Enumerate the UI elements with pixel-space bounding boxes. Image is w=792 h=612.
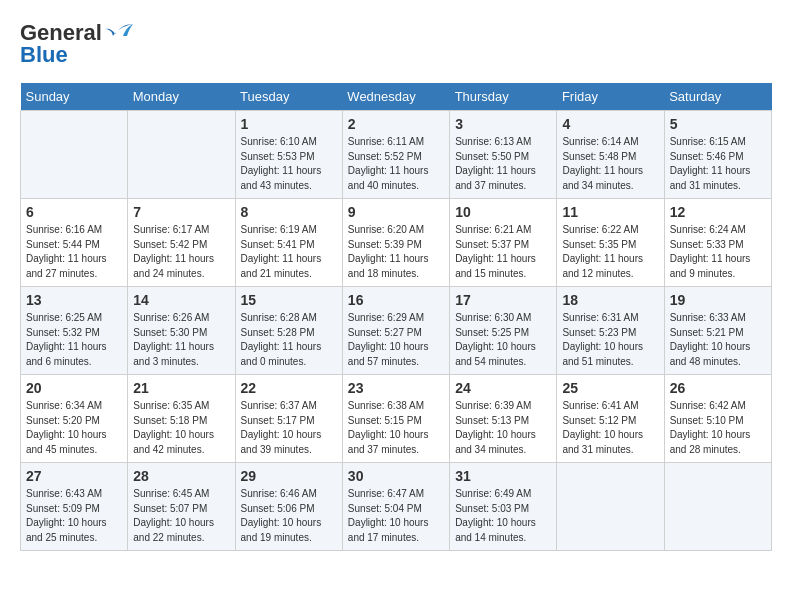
day-info: Sunrise: 6:24 AM Sunset: 5:33 PM Dayligh…	[670, 223, 766, 281]
day-info: Sunrise: 6:45 AM Sunset: 5:07 PM Dayligh…	[133, 487, 229, 545]
day-info: Sunrise: 6:33 AM Sunset: 5:21 PM Dayligh…	[670, 311, 766, 369]
calendar-cell: 7Sunrise: 6:17 AM Sunset: 5:42 PM Daylig…	[128, 199, 235, 287]
calendar-cell: 13Sunrise: 6:25 AM Sunset: 5:32 PM Dayli…	[21, 287, 128, 375]
calendar-cell: 21Sunrise: 6:35 AM Sunset: 5:18 PM Dayli…	[128, 375, 235, 463]
day-info: Sunrise: 6:34 AM Sunset: 5:20 PM Dayligh…	[26, 399, 122, 457]
calendar-cell: 12Sunrise: 6:24 AM Sunset: 5:33 PM Dayli…	[664, 199, 771, 287]
day-number: 6	[26, 204, 122, 220]
day-of-week-header: Saturday	[664, 83, 771, 111]
day-number: 14	[133, 292, 229, 308]
day-info: Sunrise: 6:19 AM Sunset: 5:41 PM Dayligh…	[241, 223, 337, 281]
day-info: Sunrise: 6:46 AM Sunset: 5:06 PM Dayligh…	[241, 487, 337, 545]
day-number: 2	[348, 116, 444, 132]
day-number: 24	[455, 380, 551, 396]
calendar-cell: 23Sunrise: 6:38 AM Sunset: 5:15 PM Dayli…	[342, 375, 449, 463]
calendar-cell: 9Sunrise: 6:20 AM Sunset: 5:39 PM Daylig…	[342, 199, 449, 287]
calendar-cell: 20Sunrise: 6:34 AM Sunset: 5:20 PM Dayli…	[21, 375, 128, 463]
day-info: Sunrise: 6:31 AM Sunset: 5:23 PM Dayligh…	[562, 311, 658, 369]
calendar-cell: 16Sunrise: 6:29 AM Sunset: 5:27 PM Dayli…	[342, 287, 449, 375]
calendar-cell: 15Sunrise: 6:28 AM Sunset: 5:28 PM Dayli…	[235, 287, 342, 375]
day-info: Sunrise: 6:20 AM Sunset: 5:39 PM Dayligh…	[348, 223, 444, 281]
calendar-cell	[557, 463, 664, 551]
day-of-week-header: Wednesday	[342, 83, 449, 111]
calendar-cell: 29Sunrise: 6:46 AM Sunset: 5:06 PM Dayli…	[235, 463, 342, 551]
calendar-cell: 6Sunrise: 6:16 AM Sunset: 5:44 PM Daylig…	[21, 199, 128, 287]
day-info: Sunrise: 6:25 AM Sunset: 5:32 PM Dayligh…	[26, 311, 122, 369]
day-info: Sunrise: 6:10 AM Sunset: 5:53 PM Dayligh…	[241, 135, 337, 193]
day-number: 12	[670, 204, 766, 220]
day-number: 8	[241, 204, 337, 220]
calendar-cell: 25Sunrise: 6:41 AM Sunset: 5:12 PM Dayli…	[557, 375, 664, 463]
logo-bird-icon	[105, 22, 137, 44]
day-number: 27	[26, 468, 122, 484]
day-number: 20	[26, 380, 122, 396]
day-info: Sunrise: 6:14 AM Sunset: 5:48 PM Dayligh…	[562, 135, 658, 193]
day-number: 13	[26, 292, 122, 308]
day-of-week-header: Tuesday	[235, 83, 342, 111]
page-header: General Blue	[20, 20, 772, 68]
calendar-cell: 26Sunrise: 6:42 AM Sunset: 5:10 PM Dayli…	[664, 375, 771, 463]
day-number: 18	[562, 292, 658, 308]
day-number: 23	[348, 380, 444, 396]
day-info: Sunrise: 6:28 AM Sunset: 5:28 PM Dayligh…	[241, 311, 337, 369]
day-info: Sunrise: 6:41 AM Sunset: 5:12 PM Dayligh…	[562, 399, 658, 457]
day-info: Sunrise: 6:30 AM Sunset: 5:25 PM Dayligh…	[455, 311, 551, 369]
calendar-cell: 19Sunrise: 6:33 AM Sunset: 5:21 PM Dayli…	[664, 287, 771, 375]
calendar-cell: 10Sunrise: 6:21 AM Sunset: 5:37 PM Dayli…	[450, 199, 557, 287]
day-info: Sunrise: 6:38 AM Sunset: 5:15 PM Dayligh…	[348, 399, 444, 457]
day-info: Sunrise: 6:39 AM Sunset: 5:13 PM Dayligh…	[455, 399, 551, 457]
day-of-week-header: Thursday	[450, 83, 557, 111]
day-info: Sunrise: 6:37 AM Sunset: 5:17 PM Dayligh…	[241, 399, 337, 457]
day-number: 9	[348, 204, 444, 220]
calendar-cell: 22Sunrise: 6:37 AM Sunset: 5:17 PM Dayli…	[235, 375, 342, 463]
calendar-cell	[21, 111, 128, 199]
day-number: 1	[241, 116, 337, 132]
calendar-cell	[128, 111, 235, 199]
day-info: Sunrise: 6:42 AM Sunset: 5:10 PM Dayligh…	[670, 399, 766, 457]
day-info: Sunrise: 6:26 AM Sunset: 5:30 PM Dayligh…	[133, 311, 229, 369]
day-info: Sunrise: 6:17 AM Sunset: 5:42 PM Dayligh…	[133, 223, 229, 281]
calendar-cell: 1Sunrise: 6:10 AM Sunset: 5:53 PM Daylig…	[235, 111, 342, 199]
day-of-week-header: Friday	[557, 83, 664, 111]
day-number: 21	[133, 380, 229, 396]
day-number: 31	[455, 468, 551, 484]
day-number: 3	[455, 116, 551, 132]
calendar-cell: 30Sunrise: 6:47 AM Sunset: 5:04 PM Dayli…	[342, 463, 449, 551]
day-number: 7	[133, 204, 229, 220]
calendar-week-row: 13Sunrise: 6:25 AM Sunset: 5:32 PM Dayli…	[21, 287, 772, 375]
calendar-table: SundayMondayTuesdayWednesdayThursdayFrid…	[20, 83, 772, 551]
calendar-cell: 27Sunrise: 6:43 AM Sunset: 5:09 PM Dayli…	[21, 463, 128, 551]
calendar-cell: 28Sunrise: 6:45 AM Sunset: 5:07 PM Dayli…	[128, 463, 235, 551]
day-number: 11	[562, 204, 658, 220]
day-number: 4	[562, 116, 658, 132]
day-info: Sunrise: 6:35 AM Sunset: 5:18 PM Dayligh…	[133, 399, 229, 457]
calendar-cell: 14Sunrise: 6:26 AM Sunset: 5:30 PM Dayli…	[128, 287, 235, 375]
day-info: Sunrise: 6:43 AM Sunset: 5:09 PM Dayligh…	[26, 487, 122, 545]
calendar-cell: 24Sunrise: 6:39 AM Sunset: 5:13 PM Dayli…	[450, 375, 557, 463]
day-number: 26	[670, 380, 766, 396]
calendar-cell: 3Sunrise: 6:13 AM Sunset: 5:50 PM Daylig…	[450, 111, 557, 199]
day-of-week-header: Sunday	[21, 83, 128, 111]
calendar-cell: 11Sunrise: 6:22 AM Sunset: 5:35 PM Dayli…	[557, 199, 664, 287]
calendar-cell: 17Sunrise: 6:30 AM Sunset: 5:25 PM Dayli…	[450, 287, 557, 375]
day-number: 19	[670, 292, 766, 308]
calendar-week-row: 20Sunrise: 6:34 AM Sunset: 5:20 PM Dayli…	[21, 375, 772, 463]
day-number: 30	[348, 468, 444, 484]
day-info: Sunrise: 6:47 AM Sunset: 5:04 PM Dayligh…	[348, 487, 444, 545]
calendar-cell: 18Sunrise: 6:31 AM Sunset: 5:23 PM Dayli…	[557, 287, 664, 375]
calendar-cell: 31Sunrise: 6:49 AM Sunset: 5:03 PM Dayli…	[450, 463, 557, 551]
calendar-cell: 2Sunrise: 6:11 AM Sunset: 5:52 PM Daylig…	[342, 111, 449, 199]
calendar-week-row: 6Sunrise: 6:16 AM Sunset: 5:44 PM Daylig…	[21, 199, 772, 287]
calendar-cell	[664, 463, 771, 551]
calendar-week-row: 1Sunrise: 6:10 AM Sunset: 5:53 PM Daylig…	[21, 111, 772, 199]
day-number: 29	[241, 468, 337, 484]
logo: General Blue	[20, 20, 137, 68]
day-number: 5	[670, 116, 766, 132]
day-info: Sunrise: 6:29 AM Sunset: 5:27 PM Dayligh…	[348, 311, 444, 369]
day-number: 28	[133, 468, 229, 484]
day-number: 25	[562, 380, 658, 396]
day-number: 16	[348, 292, 444, 308]
day-info: Sunrise: 6:21 AM Sunset: 5:37 PM Dayligh…	[455, 223, 551, 281]
day-number: 10	[455, 204, 551, 220]
day-info: Sunrise: 6:11 AM Sunset: 5:52 PM Dayligh…	[348, 135, 444, 193]
